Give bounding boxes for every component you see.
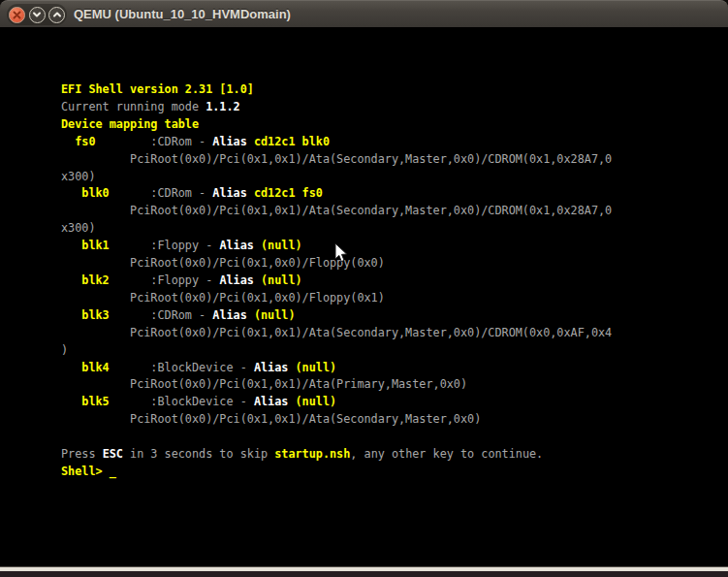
desktop-below-window	[0, 571, 728, 577]
mouse-cursor-icon	[334, 242, 348, 263]
close-icon	[13, 11, 21, 19]
qemu-window: QEMU (Ubuntu_10_10_HVMDomain) EFI Shell …	[0, 0, 728, 577]
minimize-button[interactable]	[29, 7, 46, 23]
maximize-button[interactable]	[48, 7, 65, 23]
close-button[interactable]	[9, 7, 25, 23]
chevron-down-icon	[32, 11, 42, 18]
chevron-up-icon	[52, 11, 62, 18]
terminal-output: EFI Shell version 2.31 [1.0] Current run…	[61, 81, 612, 481]
terminal-screen[interactable]: EFI Shell version 2.31 [1.0] Current run…	[0, 27, 728, 566]
window-title: QEMU (Ubuntu_10_10_HVMDomain)	[74, 1, 291, 28]
window-controls	[7, 4, 67, 25]
titlebar[interactable]: QEMU (Ubuntu_10_10_HVMDomain)	[0, 0, 728, 27]
